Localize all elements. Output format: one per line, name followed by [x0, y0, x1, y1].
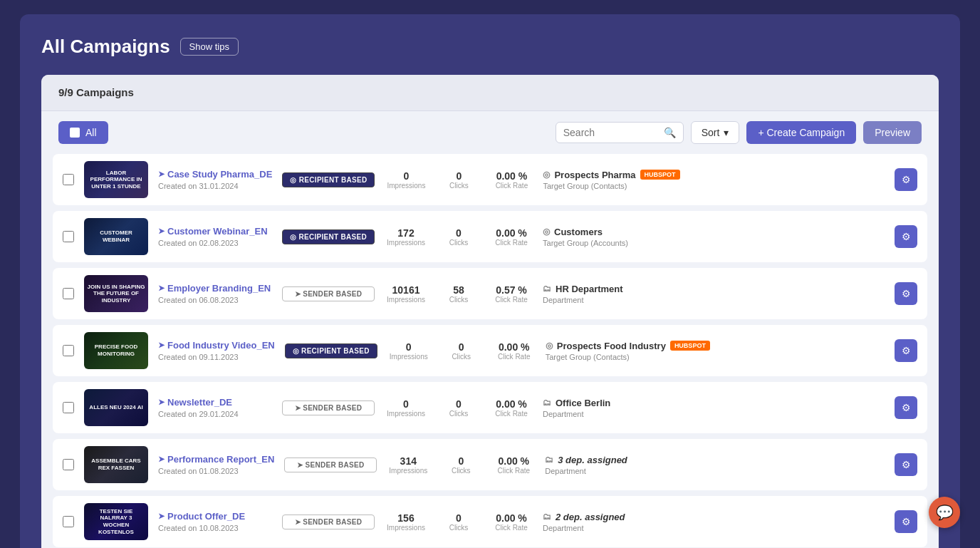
- all-label: All: [85, 127, 97, 138]
- badge-icon: ◎: [290, 233, 296, 241]
- settings-button[interactable]: ⚙: [895, 282, 917, 305]
- row-checkbox[interactable]: [63, 516, 74, 527]
- campaign-date: Created on 10.08.2023: [158, 524, 272, 532]
- search-input[interactable]: [563, 127, 660, 138]
- target-type: Department: [543, 296, 664, 304]
- campaign-info: ➤ Customer Webinar_EN Created on 02.08.2…: [158, 226, 272, 247]
- row-checkbox[interactable]: [63, 345, 74, 356]
- campaign-info: ➤ Newsletter_DE Created on 29.01.2024: [158, 397, 272, 418]
- click-rate-stat: 0.00 % Click Rate: [490, 170, 533, 190]
- click-rate-label: Click Rate: [497, 467, 530, 475]
- click-rate-label: Click Rate: [496, 182, 528, 190]
- impressions-label: Impressions: [387, 296, 425, 304]
- clicks-value: 0: [456, 398, 462, 410]
- campaign-date: Created on 29.01.2024: [158, 410, 272, 418]
- gear-icon: ⚙: [902, 288, 911, 299]
- folder-icon: 🗂: [543, 512, 551, 522]
- clicks-label: Clicks: [449, 410, 469, 418]
- search-icon: 🔍: [664, 127, 676, 138]
- campaign-name-link[interactable]: ➤ Customer Webinar_EN: [158, 226, 272, 237]
- campaign-date: Created on 02.08.2023: [158, 239, 272, 247]
- sort-button[interactable]: Sort ▾: [691, 121, 740, 144]
- campaign-info: ➤ Product Offer_DE Created on 10.08.2023: [158, 511, 272, 532]
- settings-button[interactable]: ⚙: [895, 510, 917, 533]
- impressions-stat: 314 Impressions: [387, 455, 429, 475]
- settings-button[interactable]: ⚙: [895, 168, 917, 191]
- clicks-stat: 0 Clicks: [437, 512, 480, 532]
- campaign-thumbnail: TESTEN SIE NALRRAY 3 WOCHEN KOSTENLOS: [84, 503, 148, 540]
- target-name: 🗂 2 dep. assigned: [543, 512, 664, 522]
- impressions-label: Impressions: [387, 239, 425, 247]
- settings-button[interactable]: ⚙: [895, 339, 917, 362]
- campaign-badge: ➤ SENDER BASED: [282, 400, 375, 415]
- folder-icon: ◎: [546, 341, 553, 351]
- clicks-label: Clicks: [449, 296, 469, 304]
- clicks-label: Clicks: [452, 467, 471, 475]
- click-rate-stat: 0.00 % Click Rate: [490, 398, 533, 418]
- campaign-name-link[interactable]: ➤ Employer Branding_EN: [158, 283, 272, 294]
- campaign-thumbnail: PRECISE FOOD MONITORING: [84, 332, 148, 369]
- impressions-stat: 0 Impressions: [387, 341, 430, 361]
- table-row: LABOR PERFORMANCE IN UNTER 1 STUNDE ➤ Ca…: [53, 154, 927, 205]
- preview-button[interactable]: Preview: [863, 121, 922, 144]
- sort-arrow-icon: ▾: [724, 127, 729, 138]
- all-filter-button[interactable]: All: [58, 121, 108, 144]
- target-type: Target Group (Accounts): [543, 239, 664, 247]
- show-tips-button[interactable]: Show tips: [180, 38, 239, 56]
- clicks-value: 0: [457, 170, 462, 182]
- campaign-name-link[interactable]: ➤ Product Offer_DE: [158, 511, 272, 522]
- campaign-name-link[interactable]: ➤ Food Industry Video_EN: [158, 340, 275, 351]
- click-rate-stat: 0.57 % Click Rate: [490, 284, 533, 304]
- target-name: 🗂 HR Department: [543, 284, 664, 294]
- sort-label: Sort: [702, 127, 720, 138]
- impressions-stat: 10161 Impressions: [385, 284, 427, 304]
- row-checkbox[interactable]: [63, 402, 74, 413]
- impressions-stat: 156 Impressions: [385, 512, 427, 532]
- click-rate-value: 0.00 %: [496, 170, 528, 182]
- campaign-thumbnail: ASSEMBLE CARS REX FASSEN: [84, 446, 148, 483]
- click-rate-label: Click Rate: [495, 296, 528, 304]
- target-type: Department: [543, 410, 664, 418]
- target-group-info: ◎ Customers Target Group (Accounts): [543, 227, 664, 247]
- row-checkbox[interactable]: [63, 288, 74, 299]
- click-rate-value: 0.00 %: [496, 398, 527, 410]
- send-icon: ➤: [158, 398, 165, 407]
- target-group-info: ◎ Prospects Food Industry HUBSPOT Target…: [546, 341, 710, 361]
- campaign-badge: ◎ RECIPIENT BASED: [285, 343, 377, 358]
- campaign-badge: ➤ SENDER BASED: [282, 515, 375, 529]
- badge-icon: ◎: [293, 347, 299, 355]
- clicks-value: 0: [456, 512, 462, 524]
- toolbar: All 🔍 Sort ▾ + Create Campaign Preview: [41, 111, 939, 154]
- table-row: TESTEN SIE NALRRAY 3 WOCHEN KOSTENLOS ➤ …: [53, 496, 927, 547]
- create-campaign-button[interactable]: + Create Campaign: [746, 121, 856, 144]
- row-checkbox[interactable]: [63, 231, 74, 242]
- row-checkbox[interactable]: [63, 174, 74, 185]
- settings-button[interactable]: ⚙: [895, 225, 917, 248]
- campaign-name-link[interactable]: ➤ Newsletter_DE: [158, 397, 272, 408]
- target-type: Target Group (Contacts): [543, 182, 679, 190]
- row-checkbox[interactable]: [63, 459, 74, 470]
- campaign-name-link[interactable]: ➤ Performance Report_EN: [158, 454, 274, 465]
- clicks-stat: 0 Clicks: [437, 398, 480, 418]
- table-row: JOIN US IN SHAPING THE FUTURE OF INDUSTR…: [53, 268, 927, 319]
- send-icon: ➤: [158, 284, 165, 293]
- hubspot-badge: HUBSPOT: [640, 170, 680, 180]
- folder-icon: ◎: [543, 227, 550, 237]
- target-type: Department: [545, 467, 666, 475]
- clicks-value: 58: [453, 284, 464, 296]
- chat-bubble-button[interactable]: 💬: [929, 497, 960, 528]
- page-header: All Campaigns Show tips: [41, 36, 939, 58]
- settings-button[interactable]: ⚙: [895, 396, 917, 419]
- badge-icon: ➤: [295, 404, 301, 412]
- target-name: 🗂 3 dep. assigned: [545, 455, 666, 465]
- impressions-label: Impressions: [390, 353, 428, 361]
- clicks-stat: 58 Clicks: [437, 284, 480, 304]
- impressions-value: 314: [400, 455, 417, 467]
- target-type: Department: [543, 524, 664, 532]
- campaign-name-link[interactable]: ➤ Case Study Pharma_DE: [158, 169, 272, 180]
- settings-button[interactable]: ⚙: [895, 453, 917, 476]
- campaign-thumbnail: LABOR PERFORMANCE IN UNTER 1 STUNDE: [84, 161, 148, 198]
- clicks-stat: 0 Clicks: [439, 455, 482, 475]
- chat-icon: 💬: [936, 504, 954, 521]
- impressions-value: 172: [397, 227, 414, 239]
